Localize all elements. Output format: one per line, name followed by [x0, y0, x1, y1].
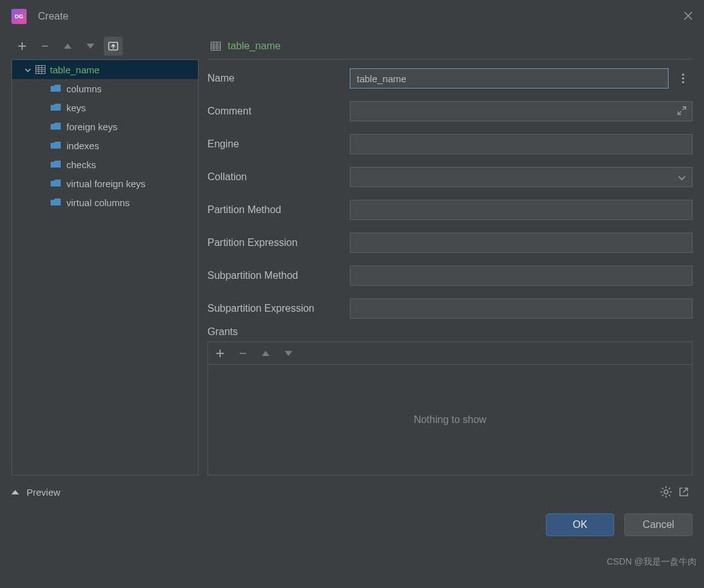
tree-item-virtual-columns[interactable]: virtual columns: [12, 193, 198, 212]
content-header-label: table_name: [228, 40, 281, 52]
partition-method-input[interactable]: [350, 200, 693, 220]
svg-point-13: [682, 73, 684, 75]
app-icon: DG: [11, 9, 27, 24]
comment-input[interactable]: [350, 101, 693, 121]
expand-tree-button[interactable]: [104, 37, 123, 56]
folder-icon: [50, 121, 61, 132]
collation-label: Collation: [207, 171, 350, 183]
ok-button[interactable]: OK: [546, 513, 614, 536]
tree-root-label: table_name: [50, 64, 99, 75]
title-bar: DG Create: [0, 0, 704, 33]
table-icon: [35, 64, 46, 75]
chevron-down-icon: [678, 172, 686, 183]
gear-icon[interactable]: [657, 483, 675, 501]
name-input[interactable]: [350, 68, 669, 89]
preview-label[interactable]: Preview: [27, 487, 60, 498]
collation-dropdown[interactable]: [350, 167, 693, 187]
folder-icon: [50, 159, 61, 169]
partition-method-label: Partition Method: [207, 204, 350, 216]
tree-item-label: foreign keys: [66, 121, 118, 132]
svg-line-24: [662, 494, 664, 496]
svg-line-21: [662, 488, 664, 489]
grants-remove-button[interactable]: [233, 344, 252, 363]
folder-icon: [50, 83, 61, 94]
subpartition-expression-label: Subpartition Expression: [207, 303, 350, 314]
partition-expression-input[interactable]: [350, 233, 693, 253]
content-panel: table_name Name Comment: [207, 33, 693, 475]
button-bar: OK Cancel: [0, 501, 704, 536]
cancel-button[interactable]: Cancel: [624, 513, 693, 536]
add-button[interactable]: [13, 37, 32, 56]
folder-icon: [50, 102, 61, 113]
subpartition-method-label: Subpartition Method: [207, 270, 350, 281]
tree-root-row[interactable]: table_name: [12, 60, 198, 79]
tree-item-columns[interactable]: columns: [12, 79, 198, 98]
tree-body[interactable]: table_name columns keys foreign keys ind…: [11, 59, 199, 475]
watermark: CSDN @我是一盘牛肉: [607, 556, 696, 568]
close-icon[interactable]: [684, 10, 693, 23]
chevron-down-icon: [21, 64, 35, 75]
form-body: Name Comment Engine: [207, 59, 693, 475]
name-more-button[interactable]: [674, 68, 693, 89]
svg-line-23: [669, 488, 670, 489]
svg-point-14: [682, 77, 684, 79]
tree-item-label: indexes: [66, 140, 99, 151]
content-header: table_name: [207, 33, 693, 59]
tree-item-virtual-foreign-keys[interactable]: virtual foreign keys: [12, 174, 198, 193]
folder-icon: [50, 197, 61, 207]
tree-item-foreign-keys[interactable]: foreign keys: [12, 117, 198, 136]
preview-bar: Preview: [0, 475, 704, 501]
partition-expression-label: Partition Expression: [207, 237, 350, 248]
tree-item-label: columns: [66, 83, 102, 94]
tree-item-label: checks: [66, 159, 96, 170]
window-title: Create: [38, 11, 68, 22]
tree-toolbar: [11, 33, 199, 59]
grants-box: Nothing to show: [207, 341, 693, 475]
grants-label: Grants: [207, 326, 693, 338]
name-label: Name: [207, 73, 350, 84]
tree-item-label: keys: [66, 102, 86, 113]
move-up-button[interactable]: [58, 37, 77, 56]
svg-point-16: [664, 490, 668, 494]
grants-add-button[interactable]: [211, 344, 230, 363]
remove-button[interactable]: [35, 37, 54, 56]
folder-icon: [50, 140, 61, 150]
triangle-up-icon[interactable]: [11, 490, 19, 494]
subpartition-expression-input[interactable]: [350, 298, 693, 319]
svg-point-15: [682, 81, 684, 83]
grants-move-up-button[interactable]: [256, 344, 275, 363]
tree-item-keys[interactable]: keys: [12, 98, 198, 117]
table-icon: [210, 41, 221, 51]
tree-item-label: virtual foreign keys: [66, 178, 145, 189]
move-down-button[interactable]: [81, 37, 100, 56]
tree-panel: table_name columns keys foreign keys ind…: [11, 33, 199, 475]
tree-item-checks[interactable]: checks: [12, 155, 198, 174]
comment-label: Comment: [207, 106, 350, 117]
tree-item-indexes[interactable]: indexes: [12, 136, 198, 155]
grants-empty-text: Nothing to show: [208, 365, 692, 475]
grants-toolbar: [208, 342, 692, 365]
folder-icon: [50, 178, 61, 188]
external-link-icon[interactable]: [675, 483, 693, 501]
tree-item-label: virtual columns: [66, 197, 130, 208]
svg-line-22: [669, 494, 670, 496]
engine-input[interactable]: [350, 134, 693, 154]
expand-icon[interactable]: [677, 106, 686, 117]
grants-move-down-button[interactable]: [279, 344, 298, 363]
subpartition-method-input[interactable]: [350, 266, 693, 286]
engine-label: Engine: [207, 138, 350, 150]
